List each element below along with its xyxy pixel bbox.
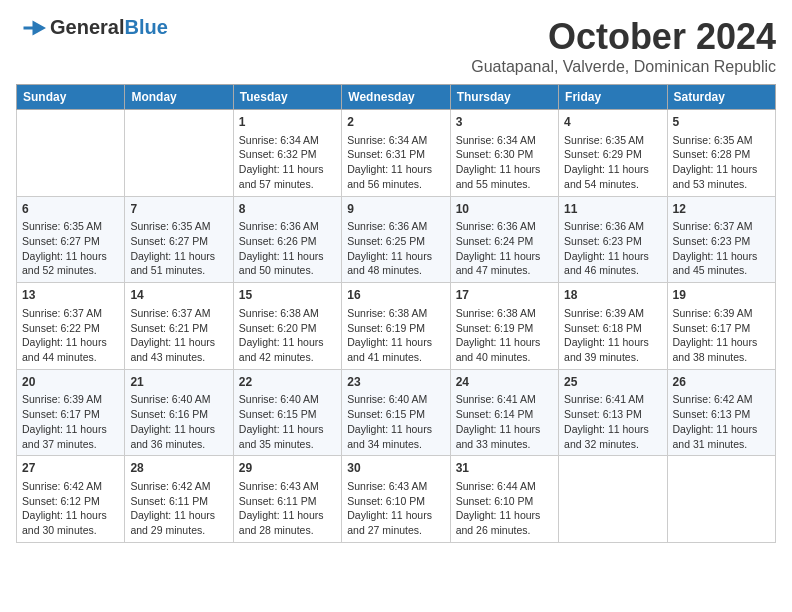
cell-info: Sunrise: 6:40 AM	[347, 392, 444, 407]
calendar-cell: 13Sunrise: 6:37 AMSunset: 6:22 PMDayligh…	[17, 283, 125, 370]
day-number: 27	[22, 460, 119, 477]
calendar-cell: 24Sunrise: 6:41 AMSunset: 6:14 PMDayligh…	[450, 369, 558, 456]
day-number: 17	[456, 287, 553, 304]
cell-info: Sunset: 6:24 PM	[456, 234, 553, 249]
calendar-cell: 22Sunrise: 6:40 AMSunset: 6:15 PMDayligh…	[233, 369, 341, 456]
cell-info: Sunrise: 6:37 AM	[130, 306, 227, 321]
cell-info: Sunset: 6:29 PM	[564, 147, 661, 162]
calendar-cell: 25Sunrise: 6:41 AMSunset: 6:13 PMDayligh…	[559, 369, 667, 456]
cell-info: Sunset: 6:19 PM	[347, 321, 444, 336]
calendar-cell: 16Sunrise: 6:38 AMSunset: 6:19 PMDayligh…	[342, 283, 450, 370]
calendar-cell: 26Sunrise: 6:42 AMSunset: 6:13 PMDayligh…	[667, 369, 775, 456]
day-number: 1	[239, 114, 336, 131]
cell-info: Sunset: 6:15 PM	[347, 407, 444, 422]
calendar-cell: 17Sunrise: 6:38 AMSunset: 6:19 PMDayligh…	[450, 283, 558, 370]
calendar-cell: 19Sunrise: 6:39 AMSunset: 6:17 PMDayligh…	[667, 283, 775, 370]
cell-info: Sunset: 6:17 PM	[673, 321, 770, 336]
cell-info: Sunset: 6:19 PM	[456, 321, 553, 336]
cell-info: Daylight: 11 hours and 40 minutes.	[456, 335, 553, 364]
calendar-cell: 8Sunrise: 6:36 AMSunset: 6:26 PMDaylight…	[233, 196, 341, 283]
day-number: 30	[347, 460, 444, 477]
day-number: 25	[564, 374, 661, 391]
calendar-cell: 4Sunrise: 6:35 AMSunset: 6:29 PMDaylight…	[559, 110, 667, 197]
calendar-cell: 29Sunrise: 6:43 AMSunset: 6:11 PMDayligh…	[233, 456, 341, 543]
day-number: 14	[130, 287, 227, 304]
cell-info: Daylight: 11 hours and 45 minutes.	[673, 249, 770, 278]
cell-info: Sunset: 6:27 PM	[130, 234, 227, 249]
calendar-cell: 20Sunrise: 6:39 AMSunset: 6:17 PMDayligh…	[17, 369, 125, 456]
cell-info: Daylight: 11 hours and 55 minutes.	[456, 162, 553, 191]
cell-info: Sunset: 6:21 PM	[130, 321, 227, 336]
cell-info: Daylight: 11 hours and 46 minutes.	[564, 249, 661, 278]
cell-info: Sunset: 6:11 PM	[130, 494, 227, 509]
calendar-cell: 27Sunrise: 6:42 AMSunset: 6:12 PMDayligh…	[17, 456, 125, 543]
cell-info: Daylight: 11 hours and 39 minutes.	[564, 335, 661, 364]
calendar-cell: 15Sunrise: 6:38 AMSunset: 6:20 PMDayligh…	[233, 283, 341, 370]
logo-general: General	[50, 16, 124, 38]
calendar-cell: 30Sunrise: 6:43 AMSunset: 6:10 PMDayligh…	[342, 456, 450, 543]
day-number: 28	[130, 460, 227, 477]
cell-info: Daylight: 11 hours and 29 minutes.	[130, 508, 227, 537]
day-number: 18	[564, 287, 661, 304]
day-number: 21	[130, 374, 227, 391]
logo-icon	[16, 19, 46, 37]
cell-info: Daylight: 11 hours and 33 minutes.	[456, 422, 553, 451]
day-number: 3	[456, 114, 553, 131]
cell-info: Sunrise: 6:35 AM	[130, 219, 227, 234]
calendar-cell: 28Sunrise: 6:42 AMSunset: 6:11 PMDayligh…	[125, 456, 233, 543]
cell-info: Sunset: 6:25 PM	[347, 234, 444, 249]
cell-info: Sunrise: 6:37 AM	[673, 219, 770, 234]
day-number: 22	[239, 374, 336, 391]
cell-info: Daylight: 11 hours and 54 minutes.	[564, 162, 661, 191]
cell-info: Sunrise: 6:36 AM	[347, 219, 444, 234]
day-number: 6	[22, 201, 119, 218]
day-number: 12	[673, 201, 770, 218]
cell-info: Daylight: 11 hours and 56 minutes.	[347, 162, 444, 191]
cell-info: Sunset: 6:11 PM	[239, 494, 336, 509]
cell-info: Sunset: 6:22 PM	[22, 321, 119, 336]
cell-info: Daylight: 11 hours and 36 minutes.	[130, 422, 227, 451]
calendar-cell: 10Sunrise: 6:36 AMSunset: 6:24 PMDayligh…	[450, 196, 558, 283]
col-wednesday: Wednesday	[342, 85, 450, 110]
cell-info: Daylight: 11 hours and 57 minutes.	[239, 162, 336, 191]
cell-info: Sunset: 6:12 PM	[22, 494, 119, 509]
cell-info: Sunset: 6:14 PM	[456, 407, 553, 422]
calendar-cell: 9Sunrise: 6:36 AMSunset: 6:25 PMDaylight…	[342, 196, 450, 283]
cell-info: Sunrise: 6:34 AM	[239, 133, 336, 148]
cell-info: Daylight: 11 hours and 51 minutes.	[130, 249, 227, 278]
calendar-cell: 11Sunrise: 6:36 AMSunset: 6:23 PMDayligh…	[559, 196, 667, 283]
day-number: 7	[130, 201, 227, 218]
cell-info: Daylight: 11 hours and 53 minutes.	[673, 162, 770, 191]
cell-info: Sunset: 6:17 PM	[22, 407, 119, 422]
cell-info: Sunset: 6:27 PM	[22, 234, 119, 249]
cell-info: Sunset: 6:30 PM	[456, 147, 553, 162]
cell-info: Sunset: 6:10 PM	[456, 494, 553, 509]
cell-info: Daylight: 11 hours and 27 minutes.	[347, 508, 444, 537]
calendar-cell: 12Sunrise: 6:37 AMSunset: 6:23 PMDayligh…	[667, 196, 775, 283]
cell-info: Sunrise: 6:35 AM	[673, 133, 770, 148]
day-number: 23	[347, 374, 444, 391]
logo: GeneralBlue	[16, 16, 168, 39]
day-number: 5	[673, 114, 770, 131]
day-number: 16	[347, 287, 444, 304]
calendar-table: Sunday Monday Tuesday Wednesday Thursday…	[16, 84, 776, 543]
col-sunday: Sunday	[17, 85, 125, 110]
page-header: GeneralBlue October 2024 Guatapanal, Val…	[16, 16, 776, 76]
cell-info: Sunset: 6:13 PM	[564, 407, 661, 422]
cell-info: Sunrise: 6:42 AM	[673, 392, 770, 407]
logo-blue: Blue	[124, 16, 167, 38]
day-number: 15	[239, 287, 336, 304]
day-number: 31	[456, 460, 553, 477]
calendar-cell	[559, 456, 667, 543]
cell-info: Sunrise: 6:39 AM	[673, 306, 770, 321]
day-number: 26	[673, 374, 770, 391]
cell-info: Sunrise: 6:39 AM	[564, 306, 661, 321]
cell-info: Sunrise: 6:44 AM	[456, 479, 553, 494]
calendar-cell	[17, 110, 125, 197]
cell-info: Sunrise: 6:38 AM	[347, 306, 444, 321]
cell-info: Daylight: 11 hours and 31 minutes.	[673, 422, 770, 451]
cell-info: Sunset: 6:31 PM	[347, 147, 444, 162]
location-subtitle: Guatapanal, Valverde, Dominican Republic	[471, 58, 776, 76]
calendar-cell: 23Sunrise: 6:40 AMSunset: 6:15 PMDayligh…	[342, 369, 450, 456]
cell-info: Sunrise: 6:36 AM	[564, 219, 661, 234]
